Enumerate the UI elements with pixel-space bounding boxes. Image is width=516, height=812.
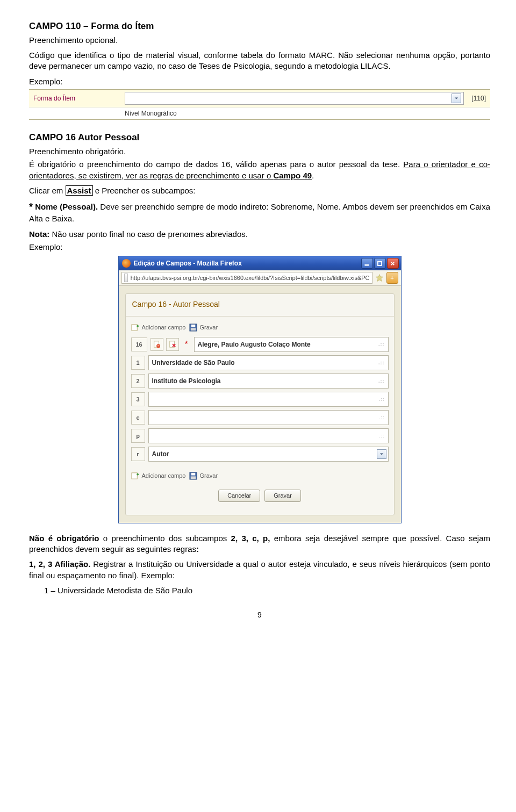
svg-rect-0: [365, 264, 369, 265]
campo16-clicar: Clicar em Assist e Preencher os subcampo…: [29, 185, 490, 196]
select-r[interactable]: Autor: [148, 447, 389, 462]
footer-1c: 2, 3, c, p,: [231, 534, 270, 543]
bookmark-star-icon[interactable]: [375, 273, 384, 283]
campo110-title: CAMPO 110 – Forma do Ítem: [29, 20, 490, 33]
add-field-label-bottom: Adicionar campo: [142, 472, 186, 480]
add-field-icon: [131, 323, 140, 332]
campo16-nome: * Nome (Pessoal). Deve ser preenchido se…: [29, 200, 490, 225]
resize-grip-icon[interactable]: .::: [378, 360, 385, 366]
add-field-link-bottom[interactable]: Adicionar campo: [131, 471, 186, 480]
minimize-button[interactable]: [361, 258, 373, 269]
field-id-1: 1: [131, 356, 145, 370]
input-p[interactable]: .::: [148, 428, 389, 443]
campo110-line1: Preenchimento opcional.: [29, 35, 490, 46]
footer-para1: Não é obrigatório o preenchimento dos su…: [29, 533, 490, 555]
input-2-value: Instituto de Psicologia: [152, 377, 221, 385]
required-asterisk-icon: *: [182, 340, 191, 349]
campo16-para2d: .: [312, 171, 314, 180]
clicar-pre: Clicar em: [29, 186, 66, 195]
form110-code: [110]: [471, 94, 486, 103]
clicar-post: e Preencher os subcampos:: [93, 186, 196, 195]
input-main-value: Alegre, Paulo Augusto Colaço Monte: [198, 340, 311, 349]
svg-rect-9: [169, 341, 174, 347]
url-input[interactable]: http://ulapsi.bvs-psi.org.br/cgi-bin/wxi…: [121, 272, 372, 284]
resize-grip-icon[interactable]: .::: [379, 433, 385, 439]
add-field-link[interactable]: Adicionar campo: [131, 323, 186, 332]
nota-rest: Não usar ponto final no caso de prenomes…: [49, 229, 248, 239]
field-row-main: 16 * Alegre, Paulo Augusto Colaço Monte …: [131, 337, 389, 352]
action-row-top: Adicionar campo Gravar: [131, 323, 389, 332]
svg-rect-4: [191, 324, 196, 327]
resize-grip-icon[interactable]: .::: [379, 396, 385, 403]
url-bar: http://ulapsi.bvs-psi.org.br/cgi-bin/wxi…: [119, 270, 401, 286]
firefox-window: Edição de Campos - Mozilla Firefox http:…: [118, 256, 402, 523]
save-label-top: Gravar: [199, 324, 218, 332]
campo110-line2: Código que identifica o tipo de material…: [29, 50, 490, 72]
resize-grip-icon[interactable]: .::: [378, 341, 385, 348]
resize-grip-icon[interactable]: .::: [378, 378, 385, 384]
footer-1a: Não é obrigatório: [29, 534, 99, 543]
svg-rect-5: [191, 328, 196, 330]
save-button[interactable]: Gravar: [264, 490, 301, 502]
footer-afil: 1, 2, 3 Afiliação. Registrar a Instituiç…: [29, 559, 490, 581]
field-row-c: c .::: [131, 410, 389, 425]
window-title: Edição de Campos - Mozilla Firefox: [134, 259, 361, 268]
svg-rect-12: [191, 472, 196, 475]
maximize-button[interactable]: [374, 258, 386, 269]
assist-box: Assist: [66, 185, 93, 196]
input-1[interactable]: Universidade de São Paulo .::: [148, 355, 389, 370]
campo16-exemplo: Exemplo:: [29, 242, 490, 253]
input-3[interactable]: .::: [148, 392, 389, 407]
field-id-16: 16: [131, 337, 147, 351]
asterisk-icon: *: [29, 202, 33, 212]
field-row-3: 3 .::: [131, 392, 389, 407]
url-text: http://ulapsi.bvs-psi.org.br/cgi-bin/wxi…: [131, 274, 370, 282]
afil-example: 1 – Universidade Metodista de São Paulo: [44, 585, 490, 596]
save-icon: [189, 471, 197, 480]
add-field-label: Adicionar campo: [142, 324, 186, 332]
nota-label: Nota:: [29, 229, 49, 239]
save-link-bottom[interactable]: Gravar: [189, 471, 218, 480]
nome-rest: Deve ser preenchido sempre de modo indir…: [29, 202, 490, 223]
input-c[interactable]: .::: [148, 410, 389, 425]
button-row: Cancelar Gravar: [131, 485, 389, 508]
nome-label: Nome (Pessoal).: [35, 202, 98, 211]
field-id-p: p: [131, 429, 145, 443]
doc-delete-icon[interactable]: [166, 338, 179, 351]
firefox-icon: [122, 259, 131, 268]
chevron-down-icon[interactable]: [452, 94, 461, 103]
form110: Forma do Ítem [110] Nível Monográfico: [29, 89, 490, 120]
campo16-line1: Preenchimento obrigatório.: [29, 146, 490, 157]
input-main[interactable]: Alegre, Paulo Augusto Colaço Monte .::: [194, 337, 389, 352]
new-tab-button[interactable]: +: [386, 272, 398, 284]
campo16-para2a: É obrigatório o preenchimento do campo d…: [29, 160, 403, 169]
close-button[interactable]: [387, 258, 399, 269]
field-id-3: 3: [131, 392, 145, 406]
save-icon: [189, 323, 197, 332]
input-2[interactable]: Instituto de Psicologia .::: [148, 373, 389, 389]
select-r-value: Autor: [152, 450, 169, 458]
campo16-para2c: Campo 49: [273, 171, 312, 180]
svg-rect-1: [378, 262, 382, 265]
panel-title: Campo 16 - Autor Pessoal: [126, 294, 394, 317]
field-row-2: 2 Instituto de Psicologia .::: [131, 373, 389, 389]
svg-rect-13: [191, 476, 196, 479]
panel-campo16: Campo 16 - Autor Pessoal Adicionar campo…: [125, 293, 395, 515]
campo16-nota: Nota: Não usar ponto final no caso de pr…: [29, 229, 490, 240]
window-titlebar[interactable]: Edição de Campos - Mozilla Firefox: [119, 256, 401, 270]
svg-rect-2: [132, 324, 137, 330]
cancel-button[interactable]: Cancelar: [218, 490, 260, 502]
input-1-value: Universidade de São Paulo: [152, 358, 235, 367]
page-number: 9: [29, 610, 490, 620]
field-id-r: r: [131, 447, 145, 461]
campo110-exemplo: Exemplo:: [29, 76, 490, 87]
svg-rect-8: [157, 346, 159, 346]
form110-label: Forma do Ítem: [33, 94, 125, 103]
save-link-top[interactable]: Gravar: [189, 323, 218, 332]
campo16-title: CAMPO 16 Autor Pessoal: [29, 132, 490, 144]
chevron-down-icon[interactable]: [377, 449, 386, 459]
resize-grip-icon[interactable]: .::: [379, 414, 385, 421]
save-label-bottom: Gravar: [199, 472, 218, 480]
form110-select[interactable]: [125, 92, 464, 105]
doc-remove-icon[interactable]: [150, 338, 163, 351]
